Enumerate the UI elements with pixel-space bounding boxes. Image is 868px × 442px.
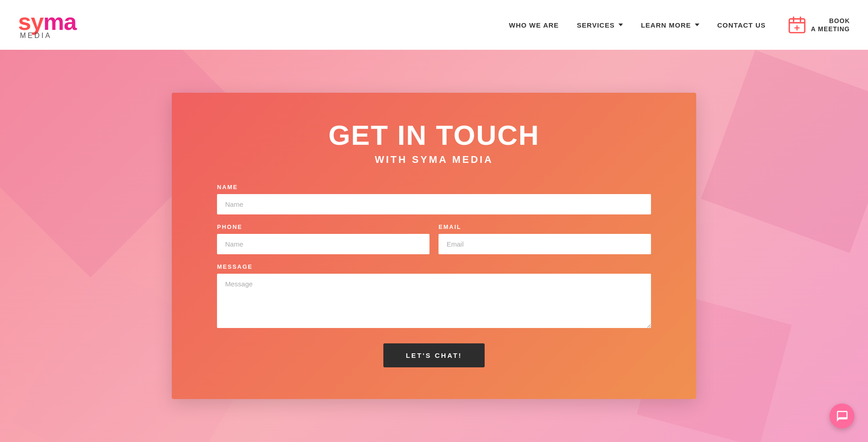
chevron-down-icon — [618, 24, 623, 26]
email-input[interactable] — [439, 234, 651, 254]
phone-email-row: PHONE EMAIL — [217, 223, 651, 263]
contact-form-card: GET IN TOUCH WITH SYMA MEDIA NAME PHONE … — [172, 93, 696, 399]
logo-ma: ma — [43, 9, 76, 35]
phone-label: PHONE — [217, 223, 429, 230]
submit-button[interactable]: LET'S CHAT! — [383, 343, 485, 367]
chevron-down-icon — [695, 24, 699, 26]
logo-sy: sy — [18, 9, 43, 35]
logo[interactable]: syma MEDIA — [18, 10, 76, 40]
header: syma MEDIA WHO WE ARE SERVICES LEARN MOR… — [0, 0, 868, 50]
form-subtitle: WITH SYMA MEDIA — [217, 154, 651, 166]
bg-shape-3 — [701, 50, 868, 253]
email-label: EMAIL — [439, 223, 651, 230]
message-label: MESSAGE — [217, 263, 651, 270]
page-background: GET IN TOUCH WITH SYMA MEDIA NAME PHONE … — [0, 50, 868, 442]
phone-form-group: PHONE — [217, 223, 429, 254]
book-meeting-label: BOOK A MEETING — [811, 17, 850, 33]
nav-item-learn-more[interactable]: LEARN MORE — [641, 21, 699, 29]
name-input[interactable] — [217, 194, 651, 214]
name-form-group: NAME — [217, 184, 651, 214]
phone-input[interactable] — [217, 234, 429, 254]
nav-item-services[interactable]: SERVICES — [577, 21, 623, 29]
header-right: WHO WE ARE SERVICES LEARN MORE CONTACT U… — [509, 16, 850, 33]
logo-media: MEDIA — [20, 32, 52, 40]
main-nav: WHO WE ARE SERVICES LEARN MORE CONTACT U… — [509, 21, 766, 29]
nav-item-who-we-are[interactable]: WHO WE ARE — [509, 21, 559, 29]
book-meeting-button[interactable]: BOOK A MEETING — [788, 16, 850, 33]
email-form-group: EMAIL — [439, 223, 651, 254]
nav-item-contact-us[interactable]: CONTACT US — [717, 21, 766, 29]
chat-icon — [836, 410, 849, 423]
calendar-icon — [788, 16, 806, 33]
message-textarea[interactable] — [217, 274, 651, 328]
form-title: GET IN TOUCH — [217, 120, 651, 151]
message-form-group: MESSAGE — [217, 263, 651, 330]
name-label: NAME — [217, 184, 651, 190]
chat-bubble-button[interactable] — [830, 404, 854, 428]
logo-text: syma — [18, 10, 76, 33]
